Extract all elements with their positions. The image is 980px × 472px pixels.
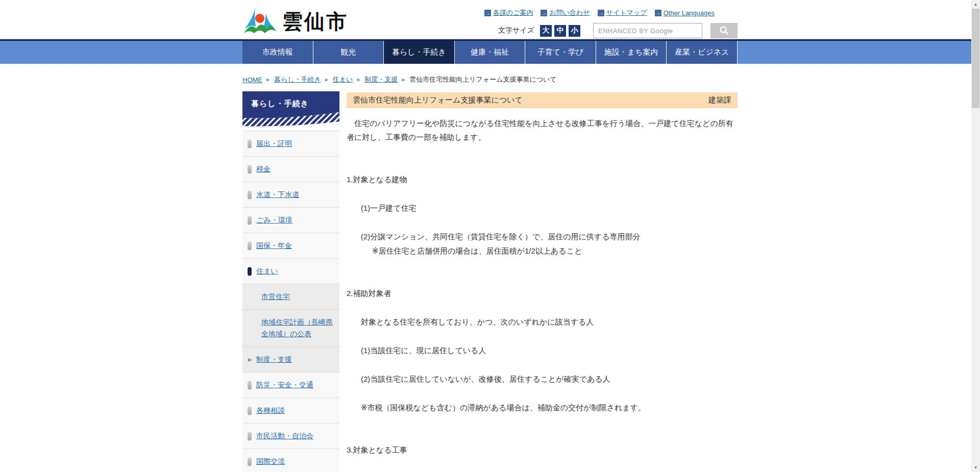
sidebar-item[interactable]: 市民活動・自治会 <box>242 424 339 449</box>
sidebar-item-label[interactable]: 各種相談 <box>256 406 285 414</box>
global-nav-item[interactable]: 産業・ビジネス <box>667 41 738 64</box>
breadcrumb-link[interactable]: 制度・支援 <box>364 75 398 84</box>
content-sections: 1.対象となる建物(1)一戸建て住宅(2)分譲マンション、共同住宅（賃貸住宅を除… <box>347 172 738 457</box>
bullet-marker-icon <box>248 406 252 415</box>
global-nav-item[interactable]: 観光 <box>313 41 384 64</box>
sidebar-item-label[interactable]: 市営住宅 <box>261 292 290 301</box>
content-line: ※居住住宅と店舗併用の場合は、居住面積が1/2以上あること <box>347 244 738 258</box>
bullet-marker-icon <box>248 216 252 225</box>
scroll-down-icon[interactable]: ▼ <box>971 463 980 472</box>
global-nav-item[interactable]: 暮らし・手続き <box>384 41 455 64</box>
font-size-medium-button[interactable]: 中 <box>554 25 566 37</box>
scroll-up-icon[interactable]: ▲ <box>971 0 980 9</box>
utility-link[interactable]: →各課のご案内 <box>484 8 533 17</box>
sidebar-menu: 届出・証明税金水道・下水道ごみ・環境国保・年金住まい市営住宅地域住宅計画（長崎県… <box>242 131 339 472</box>
sidebar-item-label[interactable]: ごみ・環境 <box>256 216 292 224</box>
search-input[interactable] <box>593 23 702 38</box>
chevron-right-icon: ▶ <box>248 357 252 362</box>
content-line: (1)当該住宅に、現に居住している人 <box>347 343 738 357</box>
content-line: ※市税（国保税なども含む）の滞納がある場合は、補助金の交付が制限されます。 <box>347 401 738 414</box>
utility-link[interactable]: →Other Languages <box>655 9 715 17</box>
main-content: 雲仙市住宅性能向上リフォーム支援事業について 建築課 住宅のバリアフリー化や防災… <box>347 91 738 457</box>
department-label: 建築課 <box>708 95 731 105</box>
breadcrumb-separator-icon: ▶ <box>402 77 405 82</box>
global-nav-item[interactable]: 施設・まち案内 <box>596 41 667 64</box>
sidebar-item[interactable]: 税金 <box>242 157 339 182</box>
arrow-square-icon: → <box>541 10 547 16</box>
bullet-marker-icon <box>248 139 252 148</box>
site-header: 雲仙市 →各課のご案内→お問い合わせ→サイトマップ→Other Language… <box>0 0 980 39</box>
sidebar-item-label[interactable]: 国保・年金 <box>256 241 292 250</box>
utility-link-label: 各課のご案内 <box>493 8 533 17</box>
sidebar-title: 暮らし・手続き <box>251 99 309 109</box>
utility-link-label: お問い合わせ <box>549 8 590 17</box>
breadcrumb-link[interactable]: 暮らし・手続き <box>274 75 321 84</box>
global-nav-item[interactable]: 健康・福祉 <box>455 41 526 64</box>
header-toolbar: 文字サイズ 大中小 <box>484 23 738 38</box>
content-line: (1)一戸建て住宅 <box>347 201 738 215</box>
site-title: 雲仙市 <box>282 11 348 32</box>
breadcrumb-separator-icon: ▶ <box>357 77 360 82</box>
section-heading: 1.対象となる建物 <box>347 172 738 186</box>
utility-link-label: サイトマップ <box>606 8 647 17</box>
intro-paragraph: 住宅のバリアフリー化や防災につながる住宅性能を向上させる改修工事を行う場合、一戸… <box>347 116 738 144</box>
unzen-city-logo-icon <box>242 6 278 37</box>
breadcrumb-separator-icon: ▶ <box>325 77 329 82</box>
site-logo[interactable]: 雲仙市 <box>242 6 348 37</box>
utility-link[interactable]: →お問い合わせ <box>541 8 590 17</box>
sidebar-item-label[interactable]: 地域住宅計画（長崎県全地域）の公表 <box>261 318 333 338</box>
page-heading-bar: 雲仙市住宅性能向上リフォーム支援事業について 建築課 <box>347 92 738 108</box>
bullet-marker-icon <box>248 381 252 389</box>
sidebar-item-label[interactable]: 届出・証明 <box>256 139 292 147</box>
bullet-marker-icon <box>248 241 252 250</box>
sidebar-item[interactable]: 国際交流 <box>242 449 339 472</box>
content-line: (2)分譲マンション、共同住宅（賃貸住宅を除く）で、居住の用に供する専用部分 <box>347 230 738 243</box>
global-nav: 市政情報観光暮らし・手続き健康・福祉子育て・学び施設・まち案内産業・ビジネス <box>0 39 980 64</box>
sidebar-item-label[interactable]: 制度・支援 <box>256 355 292 363</box>
sidebar-item[interactable]: ごみ・環境 <box>242 208 339 233</box>
section-heading: 3.対象となる工事 <box>347 443 738 457</box>
sidebar-item-label[interactable]: 市民活動・自治会 <box>256 432 313 440</box>
sidebar-item-label[interactable]: 住まい <box>256 267 278 275</box>
bullet-marker-icon <box>248 457 252 466</box>
sidebar-item[interactable]: 届出・証明 <box>242 131 339 157</box>
section-heading: 2.補助対象者 <box>347 286 738 300</box>
breadcrumb-link[interactable]: 住まい <box>333 75 353 84</box>
sidebar-item[interactable]: 国保・年金 <box>242 233 339 259</box>
utility-links: →各課のご案内→お問い合わせ→サイトマップ→Other Languages <box>484 8 715 17</box>
font-size-small-button[interactable]: 小 <box>569 25 580 37</box>
sidebar-item-label[interactable]: 税金 <box>256 165 271 173</box>
content-line: (2)当該住宅に居住していないが、改修後、居住することが確実である人 <box>347 372 738 386</box>
sidebar-item-label[interactable]: 国際交流 <box>256 457 285 465</box>
arrow-square-icon: → <box>484 10 491 16</box>
sidebar-header-wave-icon <box>242 91 339 127</box>
global-nav-item[interactable]: 子育て・学び <box>525 41 596 64</box>
arrow-square-icon: → <box>598 10 604 16</box>
sidebar-item[interactable]: 地域住宅計画（長崎県全地域）の公表 <box>242 310 339 347</box>
sidebar-item[interactable]: 防災・安全・交通 <box>242 372 339 398</box>
sidebar-item[interactable]: 住まい <box>242 259 339 284</box>
sidebar-item[interactable]: ▶制度・支援 <box>242 347 339 372</box>
breadcrumb-link[interactable]: HOME <box>242 76 262 84</box>
page-title: 雲仙市住宅性能向上リフォーム支援事業について <box>353 95 523 105</box>
sidebar-item-label[interactable]: 防災・安全・交通 <box>256 381 313 389</box>
sidebar: 暮らし・手続き 届出・証明税金水道・下水道ごみ・環境国保・年金住まい市営住宅地域… <box>242 91 339 472</box>
font-size-large-button[interactable]: 大 <box>540 25 552 37</box>
sidebar-item[interactable]: 各種相談 <box>242 398 339 424</box>
content-line: 対象となる住宅を所有しており、かつ、次のいずれかに該当する人 <box>347 315 738 329</box>
sidebar-item-label[interactable]: 水道・下水道 <box>256 190 299 198</box>
scrollbar-thumb[interactable] <box>972 9 979 108</box>
search-button[interactable] <box>710 23 738 38</box>
bullet-marker-icon <box>248 432 252 440</box>
utility-link[interactable]: →サイトマップ <box>598 8 647 17</box>
arrow-square-icon: → <box>655 10 662 16</box>
bullet-marker-icon <box>248 190 252 199</box>
vertical-scrollbar[interactable]: ▲ ▼ <box>971 0 980 472</box>
breadcrumb: HOME▶暮らし・手続き▶住まい▶制度・支援▶雲仙市住宅性能向上リフォーム支援事… <box>242 64 738 91</box>
global-nav-item[interactable]: 市政情報 <box>242 41 313 64</box>
sidebar-item[interactable]: 水道・下水道 <box>242 182 339 208</box>
magnifier-icon <box>719 25 730 36</box>
utility-link-label: Other Languages <box>664 9 715 17</box>
bullet-marker-icon <box>248 165 252 173</box>
sidebar-item[interactable]: 市営住宅 <box>242 284 339 310</box>
